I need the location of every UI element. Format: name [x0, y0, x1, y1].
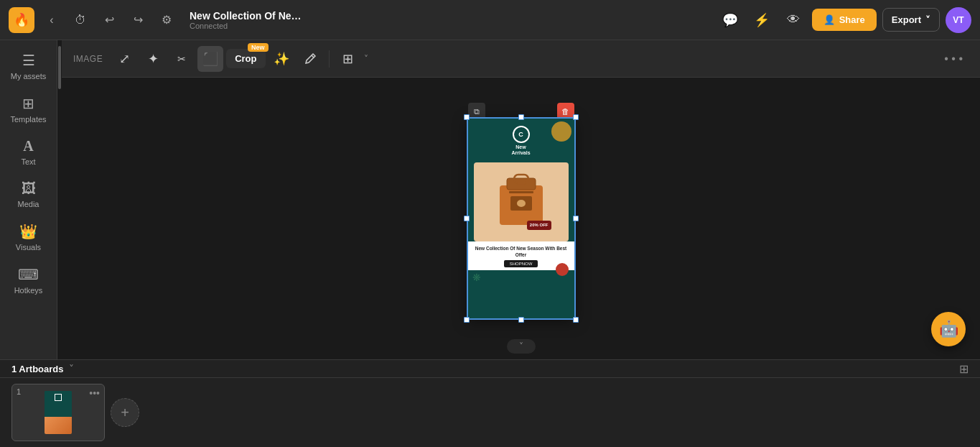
svg-point-4 [517, 200, 526, 207]
collapse-button[interactable]: ˅ [507, 339, 536, 354]
expand-button[interactable]: ⤢ [111, 46, 137, 72]
thumbnail-number: 1 [17, 387, 21, 396]
bottom-panel: 1 Artboards ˅ ⊞ 1 ••• + [0, 359, 980, 447]
leaf-decor: ❋ [472, 272, 481, 283]
layout-icon: ⊞ [342, 51, 353, 67]
export-button[interactable]: Export ˅ [882, 8, 940, 32]
assets-icon: ☰ [22, 52, 35, 69]
chat-button[interactable]: 💬 [717, 7, 743, 33]
brush-icon [304, 52, 317, 65]
copy-icon: ⧉ [474, 107, 480, 116]
resize-handle-ml[interactable] [464, 216, 470, 221]
add-artboard-button[interactable]: + [111, 398, 139, 427]
bolt-button[interactable]: ⚡ [749, 7, 775, 33]
card-new-arrivals: NewArrivals [474, 144, 569, 157]
sidebar-item-media[interactable]: 🖼 Media [4, 175, 54, 214]
delete-button[interactable]: 🗑 [557, 103, 574, 120]
more-options-button[interactable]: • • • [938, 52, 969, 65]
crop-frame-button[interactable]: ⬛ [197, 46, 223, 72]
templates-icon: ⊞ [22, 95, 34, 112]
resize-handle-br[interactable] [573, 317, 579, 323]
share-button[interactable]: 👤 Share [812, 9, 877, 31]
resize-handle-bm[interactable] [518, 317, 524, 323]
sparkle-icon: ✨ [274, 51, 289, 67]
share-icon: 👤 [823, 14, 835, 25]
grid-view-button[interactable]: ⊞ [959, 362, 969, 376]
sparkle-button[interactable]: ✨ [269, 46, 294, 72]
card-footer: ❋ [468, 270, 574, 283]
product-area: 20% OFF [474, 162, 569, 241]
app-logo[interactable]: 🔥 [9, 7, 34, 33]
resize-handle-tr[interactable] [573, 114, 579, 120]
thumbnail-more-button[interactable]: ••• [89, 387, 100, 399]
history-button[interactable]: ⏱ [69, 9, 92, 32]
hotkeys-icon: ⌨ [18, 266, 39, 283]
media-icon: 🖼 [22, 180, 36, 197]
crop-button[interactable]: New Crop [226, 49, 265, 68]
sidebar-item-label: Media [18, 200, 39, 208]
thumbnail-mini-design [45, 391, 72, 434]
copy-button[interactable]: ⧉ [468, 103, 485, 120]
toolbar-separator [329, 50, 330, 68]
artboard-thumbnail-1[interactable]: 1 ••• [11, 384, 105, 441]
image-label: IMAGE [73, 54, 103, 64]
document-title: New Collection Of Ne… [190, 10, 302, 22]
product-image-wrapper: 20% OFF [493, 167, 550, 236]
redo-button[interactable]: ↪ [126, 9, 149, 32]
sidebar-item-templates[interactable]: ⊞ Templates [4, 89, 54, 129]
connection-status: Connected [190, 22, 302, 30]
product-discount-badge: 20% OFF [527, 221, 551, 230]
new-badge: New [248, 43, 269, 52]
selection-wrapper: ⧉ 🗑 C [468, 119, 574, 318]
text-icon: A [23, 138, 33, 155]
red-circle-decor [556, 263, 569, 276]
sidebar-scrollbar-thumb [58, 46, 61, 89]
expand-icon: ⤢ [119, 51, 130, 67]
card-top-actions: ⧉ [468, 103, 485, 120]
visuals-icon: 👑 [19, 223, 37, 240]
layout-button[interactable]: ⊞ [335, 46, 361, 72]
preview-button[interactable]: 👁 [780, 7, 806, 33]
bottom-panel-header: 1 Artboards ˅ ⊞ [0, 360, 980, 378]
ai-assistant-bubble[interactable]: 🤖 [931, 312, 966, 346]
sidebar-item-label: Text [21, 157, 35, 166]
shop-now-button[interactable]: SHOPNOW [504, 260, 538, 267]
sidebar-item-label: Visuals [16, 243, 41, 252]
resize-handle-tl[interactable] [464, 114, 470, 120]
sidebar-item-text[interactable]: A Text [4, 132, 54, 172]
magic-button[interactable]: ✦ [140, 46, 166, 72]
sidebar-item-hotkeys[interactable]: ⌨ Hotkeys [4, 260, 54, 300]
design-card: C NewArrivals [468, 119, 574, 318]
brush-button[interactable] [297, 46, 323, 72]
canvas-area: IMAGE ⤢ ✦ ✂ ⬛ New Crop ✨ [62, 40, 980, 359]
resize-handle-mr[interactable] [573, 216, 579, 221]
main-area: ☰ My assets ⊞ Templates A Text 🖼 Media 👑… [0, 40, 980, 359]
resize-handle-tm[interactable] [518, 114, 524, 120]
sidebar: ☰ My assets ⊞ Templates A Text 🖼 Media 👑… [0, 40, 57, 359]
chevron-down-icon: ˅ [925, 14, 930, 25]
trash-icon: 🗑 [561, 107, 569, 116]
card-description: New Collection Of New Season With Best O… [472, 245, 570, 258]
resize-handle-bl[interactable] [464, 317, 470, 323]
scissors-button[interactable]: ✂ [169, 46, 195, 72]
card-logo: C [513, 126, 530, 143]
chevron-icon: ˅ [364, 54, 368, 64]
undo-button[interactable]: ↩ [98, 9, 121, 32]
ai-icon: 🤖 [939, 320, 958, 338]
sidebar-item-visuals[interactable]: 👑 Visuals [4, 217, 54, 257]
topbar: 🔥 ‹ ⏱ ↩ ↪ ⚙ New Collection Of Ne… Connec… [0, 0, 980, 40]
collapse-bar: ˅ [507, 339, 536, 354]
sidebar-item-label: Hotkeys [14, 286, 43, 295]
settings-button[interactable]: ⚙ [155, 9, 178, 32]
magic-icon: ✦ [148, 51, 159, 67]
image-toolbar: IMAGE ⤢ ✦ ✂ ⬛ New Crop ✨ [62, 40, 980, 78]
sidebar-wrapper: ☰ My assets ⊞ Templates A Text 🖼 Media 👑… [0, 40, 62, 359]
orange-circle-decor [551, 121, 571, 142]
artboards-chevron[interactable]: ˅ [69, 363, 74, 374]
scissors-icon: ✂ [177, 53, 186, 65]
sidebar-item-label: My assets [11, 72, 47, 80]
back-button[interactable]: ‹ [40, 9, 63, 32]
sidebar-item-my-assets[interactable]: ☰ My assets [4, 46, 54, 86]
avatar[interactable]: VT [946, 7, 971, 33]
canvas-workspace[interactable]: ⧉ 🗑 C [62, 78, 980, 359]
